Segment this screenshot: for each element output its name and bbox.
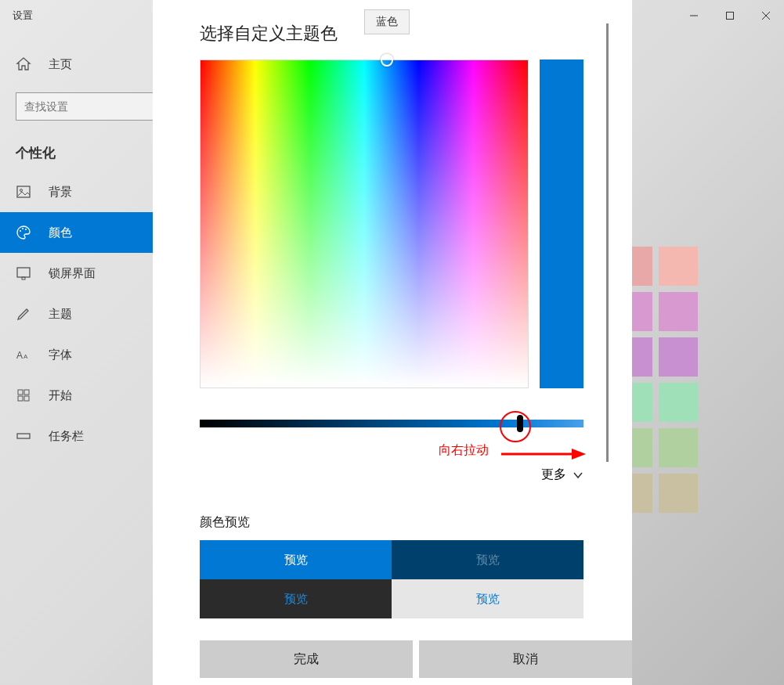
color-swatch[interactable] [659,383,698,422]
sidebar-home-label: 主页 [49,57,72,72]
color-swatch[interactable] [632,383,652,422]
hue-saturation-picker[interactable] [200,59,529,388]
dialog-buttons: 完成 取消 [200,640,632,678]
color-swatch[interactable] [632,292,652,331]
background-icon [16,184,31,200]
sidebar-item-label: 主题 [49,307,72,322]
picker-area [200,59,604,388]
preview-cell-light-accent: 预览 [200,540,392,579]
more-toggle[interactable]: 更多 [200,467,583,483]
svg-text:A: A [16,350,23,361]
color-swatch[interactable] [659,428,698,467]
sidebar-item-label: 颜色 [49,225,72,240]
svg-point-5 [20,189,23,192]
color-swatch[interactable] [632,247,652,286]
fonts-icon: AA [16,347,31,362]
svg-text:A: A [23,353,28,360]
maximize-icon [725,11,735,20]
preview-cell-dark-accent: 预览 [392,540,583,579]
color-swatch[interactable] [659,292,698,331]
color-tooltip: 蓝色 [364,9,410,34]
dialog-scrollbar[interactable] [606,23,609,462]
settings-window: 设置 主页 个性化 背景 颜色 [0,0,784,685]
preview-grid: 预览 预览 预览 预览 [200,540,583,618]
color-swatch[interactable] [659,474,698,513]
annotation-arrow-icon [501,446,587,462]
svg-rect-16 [24,396,29,401]
preview-label: 颜色预览 [200,514,604,531]
svg-rect-9 [17,268,30,277]
svg-rect-13 [18,390,23,395]
svg-rect-17 [17,434,30,438]
sidebar-item-label: 锁屏界面 [49,266,96,281]
svg-point-6 [20,230,21,232]
cancel-button[interactable]: 取消 [419,640,632,678]
color-picker-dialog: 选择自定义主题色 更多 颜色预览 预览 预览 预览 预览 完成 取消 [153,0,632,685]
svg-rect-4 [17,186,30,197]
titlebar-buttons [676,0,784,31]
start-icon [16,388,31,403]
color-swatch[interactable] [632,474,652,513]
svg-rect-14 [24,390,29,395]
svg-point-8 [25,229,27,230]
preview-cell-dark-bg: 预览 [200,579,392,618]
color-swatch[interactable] [659,337,698,377]
more-label: 更多 [541,467,566,483]
svg-point-7 [22,228,23,229]
close-icon [761,11,771,20]
chevron-down-icon [573,470,583,481]
annotation-text: 向右拉动 [439,442,489,459]
lockscreen-icon [16,265,31,281]
hue-thumb[interactable] [381,54,393,67]
sidebar-item-label: 字体 [49,348,72,362]
sidebar-item-label: 开始 [49,388,72,403]
color-swatch[interactable] [632,337,652,377]
selected-color-strip [540,59,583,388]
color-swatch[interactable] [632,428,652,467]
svg-marker-19 [572,449,586,460]
svg-rect-10 [22,277,25,279]
preview-cell-light-bg: 预览 [392,579,583,618]
sidebar-item-label: 任务栏 [49,429,84,444]
maximize-button[interactable] [712,0,748,31]
annotation-circle [500,411,531,442]
color-swatch[interactable] [659,247,698,286]
home-icon [16,56,31,72]
palette-icon [16,225,31,240]
svg-rect-1 [727,13,734,20]
minimize-icon [689,11,699,20]
close-button[interactable] [748,0,784,31]
svg-rect-15 [18,396,23,401]
sidebar-item-label: 背景 [49,185,72,200]
taskbar-icon [16,428,31,444]
themes-icon [16,306,31,322]
minimize-button[interactable] [676,0,712,31]
done-button[interactable]: 完成 [200,640,413,678]
color-swatches-grid [632,247,698,513]
